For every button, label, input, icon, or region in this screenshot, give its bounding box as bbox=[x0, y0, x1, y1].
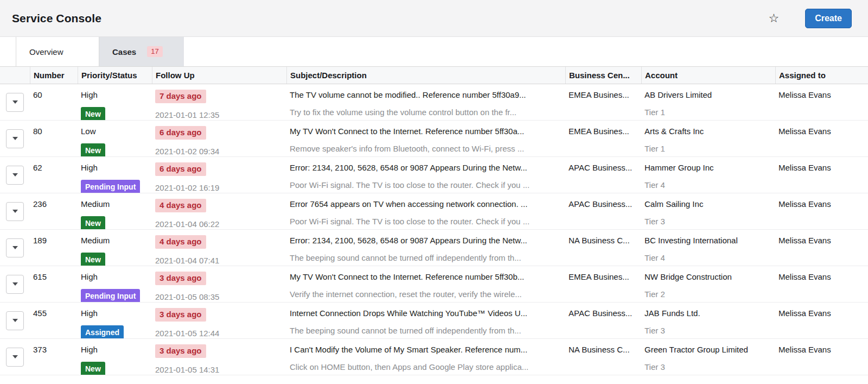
case-description: Click on HOME button, then Apps and Goog… bbox=[290, 362, 562, 373]
account-tier: Tier 3 bbox=[644, 216, 772, 227]
account-name: Green Tractor Group Limited bbox=[644, 344, 772, 355]
column-header-account[interactable]: Account bbox=[641, 67, 775, 84]
status-badge: New bbox=[81, 143, 105, 156]
cell-subject-description: Error: 2134, 2100, 5628, 6548 or 9087 Ap… bbox=[286, 157, 565, 193]
cell-priority-status: Low New bbox=[78, 121, 152, 156]
cell-business-center: NA Business C... bbox=[565, 230, 641, 266]
account-name: Arts & Crafts Inc bbox=[644, 126, 772, 137]
cell-subject-description: Error 7654 appears on TV when accessing … bbox=[286, 193, 565, 229]
cell-account: Hammer Group Inc Tier 4 bbox=[641, 157, 775, 193]
column-header-business-center[interactable]: Business Cen... bbox=[565, 67, 641, 84]
cell-assigned-to: Melissa Evans bbox=[775, 266, 868, 302]
account-tier: Tier 3 bbox=[644, 325, 772, 336]
cell-actions bbox=[0, 230, 30, 266]
row-actions-dropdown[interactable] bbox=[6, 238, 24, 257]
cell-business-center: EMEA Busines... bbox=[565, 84, 641, 120]
case-priority: High bbox=[81, 162, 149, 173]
table-row[interactable]: 80 Low New 6 days ago 2021-01-02 09:34 M… bbox=[0, 121, 868, 157]
follow-up-ago-chip: 3 days ago bbox=[155, 272, 206, 285]
follow-up-date: 2021-01-05 14:31 bbox=[155, 364, 283, 375]
table-row[interactable]: 62 High Pending Input 6 days ago 2021-01… bbox=[0, 157, 868, 193]
caret-down-icon bbox=[12, 282, 18, 286]
account-tier: Tier 1 bbox=[644, 107, 772, 118]
table-row[interactable]: 455 High Assigned 3 days ago 2021-01-05 … bbox=[0, 303, 868, 339]
cell-assigned-to: Melissa Evans bbox=[775, 303, 868, 338]
column-header-actions bbox=[0, 67, 30, 84]
cell-follow-up: 3 days ago 2021-01-05 14:31 bbox=[152, 339, 286, 375]
column-header-number[interactable]: Number bbox=[30, 67, 78, 84]
cell-follow-up: 6 days ago 2021-01-02 09:34 bbox=[152, 121, 286, 156]
table-row[interactable]: 189 Medium New 4 days ago 2021-01-04 07:… bbox=[0, 230, 868, 266]
cell-subject-description: Error: 2134, 2100, 5628, 6548 or 9087 Ap… bbox=[286, 230, 565, 266]
cell-actions bbox=[0, 303, 30, 338]
status-badge: New bbox=[81, 253, 105, 266]
cell-account: NW Bridge Construction Tier 2 bbox=[641, 266, 775, 302]
cell-priority-status: Medium New bbox=[78, 230, 152, 266]
case-number: 80 bbox=[33, 126, 74, 137]
status-badge: New bbox=[81, 216, 105, 229]
row-actions-dropdown[interactable] bbox=[6, 202, 24, 221]
row-actions-dropdown[interactable] bbox=[6, 311, 24, 330]
case-priority: High bbox=[81, 272, 149, 282]
status-badge: Assigned bbox=[81, 325, 124, 338]
create-button[interactable]: Create bbox=[805, 9, 852, 28]
table-row[interactable]: 615 High Pending Input 3 days ago 2021-0… bbox=[0, 266, 868, 303]
tab-cases[interactable]: Cases 17 bbox=[99, 37, 184, 66]
table-row[interactable]: 236 Medium New 4 days ago 2021-01-04 06:… bbox=[0, 193, 868, 230]
cell-assigned-to: Melissa Evans bbox=[775, 84, 868, 120]
cell-number: 236 bbox=[30, 193, 78, 229]
follow-up-date: 2021-01-01 12:35 bbox=[155, 110, 283, 120]
row-actions-dropdown[interactable] bbox=[6, 275, 24, 294]
header-actions: ☆ Create bbox=[768, 9, 852, 28]
account-tier: Tier 2 bbox=[644, 289, 772, 300]
cell-actions bbox=[0, 157, 30, 193]
cases-count-badge: 17 bbox=[147, 46, 162, 57]
tab-overview[interactable]: Overview bbox=[16, 37, 99, 66]
table-row[interactable]: 373 High New 3 days ago 2021-01-05 14:31… bbox=[0, 339, 868, 375]
row-actions-dropdown[interactable] bbox=[6, 348, 24, 367]
row-actions-dropdown[interactable] bbox=[6, 166, 24, 185]
status-badge: New bbox=[81, 107, 105, 120]
status-badge: New bbox=[81, 362, 105, 375]
case-subject: Error: 2134, 2100, 5628, 6548 or 9087 Ap… bbox=[290, 162, 562, 173]
assigned-to: Melissa Evans bbox=[778, 235, 865, 246]
cell-priority-status: High Pending Input bbox=[78, 157, 152, 193]
cell-account: Green Tractor Group Limited Tier 3 bbox=[641, 339, 775, 375]
cell-number: 189 bbox=[30, 230, 78, 266]
cell-subject-description: The TV volume cannot be modified.. Refer… bbox=[286, 84, 565, 120]
case-number: 373 bbox=[33, 344, 74, 355]
follow-up-date: 2021-01-04 06:22 bbox=[155, 219, 283, 229]
column-header-assigned-to[interactable]: Assigned to bbox=[775, 67, 868, 84]
assigned-to: Melissa Evans bbox=[778, 199, 865, 210]
cell-actions bbox=[0, 193, 30, 229]
cell-account: JAB Funds Ltd. Tier 3 bbox=[641, 303, 775, 338]
app-header: Service Console ☆ Create bbox=[0, 0, 868, 37]
table-row[interactable]: 60 High New 7 days ago 2021-01-01 12:35 … bbox=[0, 84, 868, 121]
assigned-to: Melissa Evans bbox=[778, 162, 865, 173]
cell-actions bbox=[0, 266, 30, 302]
cell-number: 60 bbox=[30, 84, 78, 120]
caret-down-icon bbox=[12, 355, 18, 358]
column-header-priority-status[interactable]: Priority/Status bbox=[78, 67, 152, 84]
row-actions-dropdown[interactable] bbox=[6, 129, 24, 148]
case-subject: Error: 2134, 2100, 5628, 6548 or 9087 Ap… bbox=[290, 235, 562, 246]
column-header-subject-description[interactable]: Subject/Description bbox=[286, 67, 565, 84]
cell-actions bbox=[0, 339, 30, 375]
favorite-star-icon[interactable]: ☆ bbox=[768, 12, 779, 24]
follow-up-date: 2021-01-02 16:19 bbox=[155, 182, 283, 193]
cell-priority-status: High Pending Input bbox=[78, 266, 152, 302]
cell-business-center: NA Business C... bbox=[565, 339, 641, 375]
page-title: Service Console bbox=[12, 12, 101, 25]
case-subject: Error 7654 appears on TV when accessing … bbox=[290, 199, 562, 210]
row-actions-dropdown[interactable] bbox=[6, 93, 24, 112]
cell-number: 373 bbox=[30, 339, 78, 375]
cell-subject-description: I Can't Modify the Volume of My Smart Sp… bbox=[286, 339, 565, 375]
case-number: 60 bbox=[33, 90, 74, 100]
cell-account: Arts & Crafts Inc Tier 1 bbox=[641, 121, 775, 156]
cell-priority-status: High New bbox=[78, 339, 152, 375]
column-header-follow-up[interactable]: Follow Up bbox=[152, 67, 286, 84]
cell-subject-description: Internet Connection Drops While Watching… bbox=[286, 303, 565, 338]
cell-subject-description: My TV Won't Connect to the Internet. Ref… bbox=[286, 121, 565, 156]
cell-follow-up: 3 days ago 2021-01-05 08:35 bbox=[152, 266, 286, 302]
cell-actions bbox=[0, 121, 30, 156]
